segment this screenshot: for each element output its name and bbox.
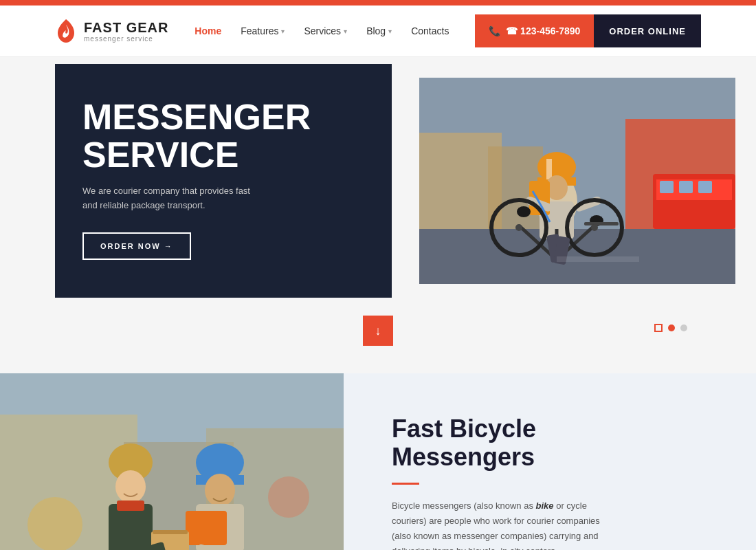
slider-square-indicator[interactable]: [654, 324, 663, 332]
nav-item-blog[interactable]: Blog ▾: [366, 25, 392, 36]
features-description: Bicycle messengers (also known as bike o…: [392, 498, 612, 550]
arrow-down-icon: ↓: [375, 324, 381, 338]
svg-rect-46: [109, 504, 153, 550]
svg-rect-28: [660, 181, 674, 193]
nav-item-contacts[interactable]: Contacts: [411, 25, 449, 36]
features-title: Fast Bicycle Messengers: [392, 415, 715, 472]
slider-dot-1[interactable]: [668, 324, 675, 331]
logo-subtitle: messenger service: [84, 35, 168, 43]
phone-icon: 📞: [489, 25, 500, 36]
header: FAST GEAR messenger service Home Feature…: [0, 6, 756, 57]
svg-rect-29: [679, 181, 693, 193]
hero-content: MESSENGER SERVICE We are courier company…: [82, 98, 316, 260]
title-underline: [392, 483, 419, 485]
svg-point-23: [591, 224, 598, 231]
slider-dot-2[interactable]: [680, 324, 687, 331]
logo-text: FAST GEAR messenger service: [84, 20, 168, 43]
hero-photo: [419, 78, 735, 284]
nav-item-services[interactable]: Services ▾: [304, 25, 347, 36]
svg-point-22: [515, 224, 522, 231]
features-section: Fast Bicycle Messengers Bicycle messenge…: [0, 373, 756, 550]
nav-item-home[interactable]: Home: [194, 25, 221, 36]
features-content: Fast Bicycle Messengers Bicycle messenge…: [344, 373, 756, 550]
logo[interactable]: FAST GEAR messenger service: [55, 18, 168, 44]
chevron-down-icon: ▾: [344, 28, 347, 35]
chevron-down-icon: ▾: [388, 28, 392, 35]
logo-icon: [55, 18, 77, 44]
order-online-button[interactable]: ORDER ONLINE: [594, 14, 701, 47]
hero-order-button[interactable]: ORDER NOW →: [82, 232, 191, 260]
top-border: [0, 0, 756, 6]
phone-button[interactable]: 📞 ☎ 123-456-7890: [475, 14, 594, 47]
main-nav: Home Features ▾ Services ▾ Blog ▾ Contac…: [194, 25, 449, 36]
chevron-down-icon: ▾: [281, 28, 285, 35]
nav-item-features[interactable]: Features ▾: [241, 25, 285, 36]
cyclist-svg: [419, 78, 735, 284]
hero-title: MESSENGER SERVICE: [82, 98, 316, 173]
svg-rect-30: [698, 181, 712, 193]
svg-rect-49: [153, 530, 188, 534]
svg-point-37: [27, 497, 82, 550]
svg-rect-47: [117, 500, 144, 511]
delivery-scene-svg: [0, 373, 344, 550]
svg-rect-43: [186, 511, 227, 545]
header-actions: 📞 ☎ 123-456-7890 ORDER ONLINE: [475, 14, 701, 47]
hero-section: MESSENGER SERVICE We are courier company…: [55, 64, 701, 311]
svg-rect-8: [546, 159, 552, 179]
features-image-container: [0, 373, 344, 550]
logo-title: FAST GEAR: [84, 20, 168, 35]
svg-point-45: [115, 470, 146, 503]
svg-point-15: [517, 206, 531, 217]
svg-rect-16: [584, 222, 619, 226]
hero-description: We are courier company that provides fas…: [82, 184, 261, 213]
hero-image: [419, 78, 735, 284]
features-photo: [0, 373, 344, 550]
scroll-down-button[interactable]: ↓: [363, 316, 393, 346]
svg-rect-31: [557, 256, 639, 262]
slider-navigation: [654, 324, 687, 332]
svg-point-38: [268, 476, 309, 518]
phone-number: ☎ 123-456-7890: [506, 25, 580, 36]
